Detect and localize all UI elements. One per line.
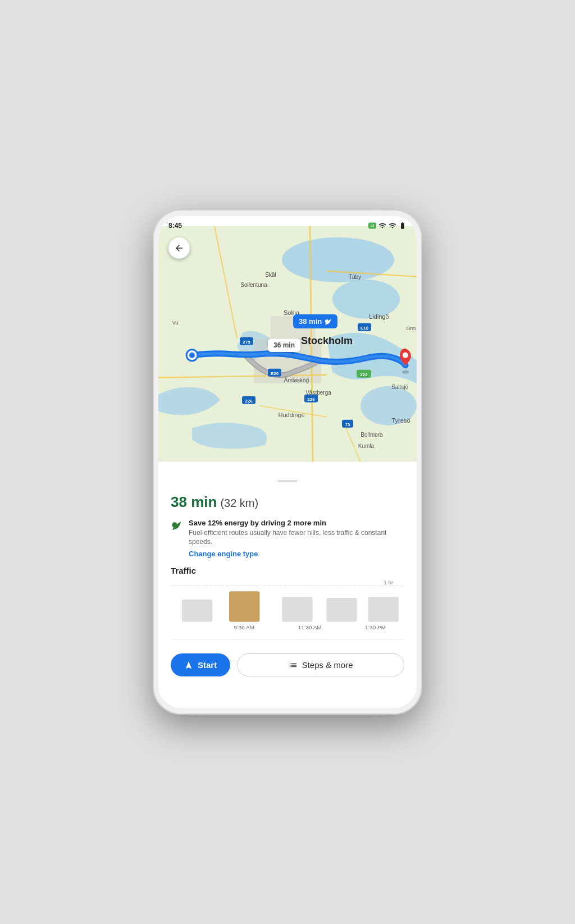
route-label-secondary: 36 min <box>268 339 300 352</box>
svg-text:1 hr: 1 hr <box>384 580 394 585</box>
phone-frame: 8:45 E4 <box>153 209 422 715</box>
svg-text:1:30 PM: 1:30 PM <box>365 624 386 630</box>
divider <box>171 639 404 640</box>
svg-point-11 <box>403 353 408 358</box>
primary-time-text: 38 min <box>299 317 322 326</box>
phone-screen: 8:45 E4 <box>158 216 417 708</box>
svg-text:E20: E20 <box>271 371 279 376</box>
eco-title: Save 12% energy by driving 2 more min <box>189 519 404 527</box>
bottom-sheet: 38 min (32 km) Save 12% energy by drivin… <box>158 472 417 708</box>
svg-text:Täby: Täby <box>349 274 361 280</box>
traffic-section: Traffic 1 hr 9:30 AM 11:30 AM <box>171 566 404 630</box>
signal-icon <box>389 222 396 230</box>
svg-point-9 <box>189 353 195 358</box>
eco-subtitle: Fuel-efficient routes usually have fewer… <box>189 528 404 547</box>
svg-text:Bollmora: Bollmora <box>360 432 383 438</box>
svg-text:Lidingö: Lidingö <box>369 313 389 320</box>
svg-rect-46 <box>182 600 212 622</box>
svg-text:Huddinge: Huddinge <box>278 411 304 418</box>
svg-text:Orm: Orm <box>406 326 416 331</box>
map-area: 275 E4 E18 222 E20 226 226 73 Skäl Solle… <box>158 216 417 472</box>
svg-text:226: 226 <box>245 399 253 404</box>
svg-text:Västberga: Västberga <box>305 390 331 396</box>
start-button[interactable]: Start <box>171 653 230 676</box>
back-arrow-icon <box>174 243 184 253</box>
svg-text:Stockholm: Stockholm <box>301 335 353 346</box>
steps-label: Steps & more <box>302 660 353 670</box>
route-summary: 38 min (32 km) <box>171 493 404 511</box>
svg-text:226: 226 <box>307 397 315 402</box>
eco-text-block: Save 12% energy by driving 2 more min Fu… <box>189 519 404 559</box>
svg-text:Va: Va <box>172 320 178 326</box>
svg-rect-47 <box>282 597 312 622</box>
route-label-primary: 38 min <box>293 314 337 328</box>
battery-icon <box>399 222 407 230</box>
status-icons: E4 <box>368 222 407 230</box>
eco-leaf-icon-map <box>324 318 332 326</box>
steps-more-button[interactable]: Steps & more <box>237 653 404 676</box>
svg-rect-45 <box>229 591 259 621</box>
back-button[interactable] <box>168 237 190 259</box>
svg-point-3 <box>282 237 394 282</box>
svg-text:Sollentuna: Sollentuna <box>240 282 267 288</box>
svg-text:Skäl: Skäl <box>265 272 276 278</box>
navigation-icon <box>184 661 193 670</box>
svg-text:275: 275 <box>243 340 250 345</box>
svg-rect-49 <box>368 597 399 622</box>
svg-text:Årstaskög: Årstaskög <box>284 377 309 383</box>
svg-text:222: 222 <box>360 372 368 377</box>
route-distance: (32 km) <box>220 497 258 510</box>
svg-text:9:30 AM: 9:30 AM <box>234 624 254 630</box>
svg-text:73: 73 <box>345 422 350 427</box>
sheet-handle <box>277 480 298 482</box>
wifi-icon <box>378 222 386 230</box>
action-bar: Start Steps & more <box>171 649 404 679</box>
status-bar: 8:45 E4 <box>158 216 417 232</box>
svg-text:Kumla: Kumla <box>358 443 375 449</box>
steps-icon <box>289 661 298 670</box>
svg-text:Saltsjö: Saltsjö <box>391 384 408 390</box>
svg-text:E18: E18 <box>360 326 369 331</box>
svg-point-4 <box>332 280 400 319</box>
eco-section: Save 12% energy by driving 2 more min Fu… <box>171 519 404 559</box>
svg-text:Tyresö: Tyresö <box>391 417 410 424</box>
traffic-title: Traffic <box>171 566 404 575</box>
start-label: Start <box>198 660 217 670</box>
status-time: 8:45 <box>168 222 182 230</box>
eco-leaf-icon <box>171 520 182 531</box>
traffic-chart: 1 hr 9:30 AM 11:30 AM 1:30 PM <box>171 580 404 630</box>
change-engine-link[interactable]: Change engine type <box>189 550 404 558</box>
svg-rect-48 <box>326 598 357 622</box>
svg-text:E4: E4 <box>371 224 375 227</box>
svg-point-10 <box>402 370 409 374</box>
secondary-time-text: 36 min <box>273 341 295 349</box>
svg-text:11:30 AM: 11:30 AM <box>298 624 322 630</box>
route-time: 38 min <box>171 493 217 511</box>
highway-badge-e4: E4 <box>368 222 376 230</box>
